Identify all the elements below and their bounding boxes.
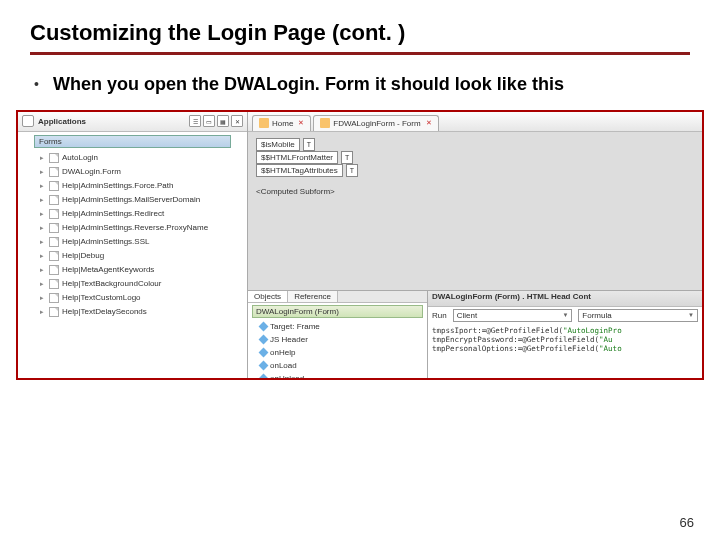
- app-icon: [22, 115, 34, 127]
- tree-item[interactable]: ▸Help|AdminSettings.SSL: [32, 235, 247, 249]
- tree-item-label: Help|AdminSettings.SSL: [62, 237, 149, 246]
- object-item[interactable]: onLoad: [252, 359, 423, 372]
- document-icon: [49, 251, 59, 261]
- objects-pane: Objects Reference DWALoginForm (Form) Ta…: [248, 291, 428, 378]
- diamond-icon: [259, 347, 269, 357]
- field-box[interactable]: $isMobile: [256, 138, 300, 151]
- twisty-icon: ▸: [40, 210, 46, 218]
- twisty-icon: ▸: [40, 224, 46, 232]
- field-row: $$HTMLFrontMatterT: [256, 151, 694, 164]
- close-icon[interactable]: ✕: [231, 115, 243, 127]
- tree-item-label: Help|TextCustomLogo: [62, 293, 141, 302]
- twisty-icon: ▸: [40, 294, 46, 302]
- object-item-label: onHelp: [270, 348, 295, 357]
- page-number: 66: [680, 515, 694, 530]
- forms-section-header[interactable]: Forms: [34, 135, 231, 148]
- tree-item[interactable]: ▸Help|Debug: [32, 249, 247, 263]
- tab-form[interactable]: FDWALoginForm - Form ✕: [313, 115, 438, 131]
- applications-header: Applications ☰ ▭ ▦ ✕: [18, 112, 247, 132]
- object-item[interactable]: Target: Frame: [252, 320, 423, 333]
- tree-item-label: Help|TextDelaySeconds: [62, 307, 147, 316]
- object-item[interactable]: onUnload: [252, 372, 423, 380]
- twisty-icon: ▸: [40, 196, 46, 204]
- forms-tree[interactable]: Forms ▸AutoLogin▸DWALogin.Form▸Help|Admi…: [18, 132, 247, 378]
- screenshot-window: Applications ☰ ▭ ▦ ✕ Forms ▸AutoLogin▸DW…: [16, 110, 704, 380]
- twisty-icon: ▸: [40, 280, 46, 288]
- applications-title: Applications: [38, 117, 185, 126]
- chevron-down-icon: ▼: [688, 312, 694, 318]
- bullet-text: When you open the DWALogin. Form it shou…: [53, 73, 564, 96]
- object-item[interactable]: JS Header: [252, 333, 423, 346]
- object-item-label: Target: Frame: [270, 322, 320, 331]
- field-type-icon: T: [346, 164, 358, 177]
- tree-item[interactable]: ▸Help|AdminSettings.Redirect: [32, 207, 247, 221]
- editor-pane: Home ✕ FDWALoginForm - Form ✕ $isMobileT…: [248, 112, 702, 378]
- document-icon: [49, 167, 59, 177]
- document-icon: [49, 223, 59, 233]
- twisty-icon: ▸: [40, 168, 46, 176]
- document-icon: [49, 279, 59, 289]
- diamond-icon: [259, 321, 269, 331]
- field-box[interactable]: $$HTMLFrontMatter: [256, 151, 338, 164]
- bottom-panes: Objects Reference DWALoginForm (Form) Ta…: [248, 290, 702, 378]
- code-body[interactable]: tmpssIport:=@GetProfileField("AutoLoginP…: [428, 324, 702, 356]
- tree-item-label: Help|AdminSettings.Redirect: [62, 209, 164, 218]
- tab-reference[interactable]: Reference: [288, 291, 338, 302]
- tree-item[interactable]: ▸Help|TextCustomLogo: [32, 291, 247, 305]
- object-tree-header[interactable]: DWALoginForm (Form): [252, 305, 423, 318]
- document-icon: [49, 181, 59, 191]
- twisty-icon: ▸: [40, 308, 46, 316]
- tree-item[interactable]: ▸Help|TextBackgroundColour: [32, 277, 247, 291]
- field-box[interactable]: $$HTMLTagAttributes: [256, 164, 343, 177]
- document-icon: [49, 153, 59, 163]
- document-icon: [49, 307, 59, 317]
- bullet-dot: •: [34, 73, 39, 95]
- twisty-icon: ▸: [40, 266, 46, 274]
- view-button-2[interactable]: ▭: [203, 115, 215, 127]
- tab-form-label: FDWALoginForm - Form: [333, 119, 420, 128]
- computed-subform: <Computed Subform>: [256, 187, 694, 196]
- close-icon[interactable]: ✕: [298, 119, 304, 127]
- tree-item[interactable]: ▸Help|AdminSettings.MailServerDomain: [32, 193, 247, 207]
- tab-bar: Home ✕ FDWALoginForm - Form ✕: [248, 112, 702, 132]
- tab-home-label: Home: [272, 119, 293, 128]
- tree-item-label: Help|MetaAgentKeywords: [62, 265, 154, 274]
- twisty-icon: ▸: [40, 182, 46, 190]
- field-type-icon: T: [303, 138, 315, 151]
- tree-item[interactable]: ▸DWALogin.Form: [32, 165, 247, 179]
- run-label: Run: [432, 311, 447, 320]
- code-line: tmpEncryptPassword:=@GetProfileField("Au: [432, 335, 698, 344]
- chevron-down-icon: ▼: [562, 312, 568, 318]
- run-select[interactable]: Client▼: [453, 309, 573, 322]
- field-row: $isMobileT: [256, 138, 694, 151]
- tree-item-label: Help|Debug: [62, 251, 104, 260]
- tab-home[interactable]: Home ✕: [252, 115, 311, 131]
- code-header: DWALoginForm (Form) . HTML Head Cont: [428, 291, 702, 307]
- diamond-icon: [259, 373, 269, 379]
- language-select[interactable]: Formula▼: [578, 309, 698, 322]
- tree-item[interactable]: ▸Help|AdminSettings.Force.Path: [32, 179, 247, 193]
- tab-objects[interactable]: Objects: [248, 291, 288, 302]
- diamond-icon: [259, 334, 269, 344]
- object-item-label: onLoad: [270, 361, 297, 370]
- tree-item-label: DWALogin.Form: [62, 167, 121, 176]
- tree-item[interactable]: ▸Help|MetaAgentKeywords: [32, 263, 247, 277]
- bullet-row: • When you open the DWALogin. Form it sh…: [34, 73, 690, 96]
- tree-item[interactable]: ▸Help|TextDelaySeconds: [32, 305, 247, 319]
- home-icon: [259, 118, 269, 128]
- document-icon: [49, 209, 59, 219]
- view-button-1[interactable]: ☰: [189, 115, 201, 127]
- slide-title: Customizing the Login Page (cont. ): [30, 20, 690, 46]
- twisty-icon: ▸: [40, 252, 46, 260]
- applications-pane: Applications ☰ ▭ ▦ ✕ Forms ▸AutoLogin▸DW…: [18, 112, 248, 378]
- close-icon[interactable]: ✕: [426, 119, 432, 127]
- tree-item[interactable]: ▸Help|AdminSettings.Reverse.ProxyName: [32, 221, 247, 235]
- object-item[interactable]: onHelp: [252, 346, 423, 359]
- object-item-label: JS Header: [270, 335, 308, 344]
- tree-item[interactable]: ▸AutoLogin: [32, 151, 247, 165]
- code-line: tmpssIport:=@GetProfileField("AutoLoginP…: [432, 326, 698, 335]
- twisty-icon: ▸: [40, 154, 46, 162]
- tree-item-label: AutoLogin: [62, 153, 98, 162]
- twisty-icon: ▸: [40, 238, 46, 246]
- view-button-3[interactable]: ▦: [217, 115, 229, 127]
